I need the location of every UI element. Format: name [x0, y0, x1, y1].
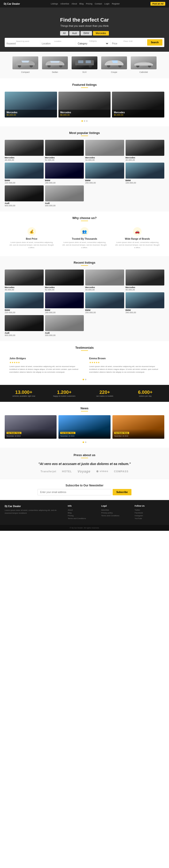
- stat-3: 6.000+ visitors per day: [126, 390, 165, 397]
- footer-link-1-1[interactable]: Privacy policy: [101, 512, 131, 514]
- nav-about[interactable]: About: [71, 3, 77, 5]
- footer-link-0-0[interactable]: About: [68, 509, 97, 511]
- location-input[interactable]: [42, 42, 74, 45]
- featured-card-0[interactable]: Mercedes $0,000.00: [5, 92, 57, 118]
- why-item-1: 👥 Trusted By Thousands Lorem ipsum dolor…: [60, 225, 109, 251]
- footer-link-2-2[interactable]: Instagram: [135, 515, 164, 517]
- popular-card-5[interactable]: BMW 180.000,00: [45, 163, 84, 184]
- featured-card-1[interactable]: Mercedes $0,000.00: [59, 92, 111, 118]
- recent-card-0[interactable]: Mercedes 46.000,00: [5, 270, 44, 291]
- tab-bmw[interactable]: BMW: [80, 31, 92, 35]
- nav-blog[interactable]: Blog: [79, 3, 83, 5]
- recent-card-6[interactable]: BMW 200.000,00: [85, 292, 124, 314]
- popular-grid: Mercedes 48.000,00 Mercedes 52.000,00 Me…: [5, 140, 164, 207]
- news-grid: Car Dealer News November 16 2019 Car Dea…: [5, 415, 164, 439]
- press-quote: "At vero eos et accusam et justo duo dol…: [38, 462, 131, 466]
- featured-card-2[interactable]: Mercedes $0,000.00: [112, 92, 164, 118]
- category-sedan[interactable]: Sedan: [42, 56, 68, 73]
- dot-0[interactable]: [81, 120, 83, 122]
- testimonial-dot-0[interactable]: [82, 379, 84, 380]
- dot-1[interactable]: [84, 120, 85, 122]
- footer-link-2-0[interactable]: Twitter: [135, 509, 164, 511]
- category-sedan-img: [42, 56, 68, 69]
- news-card-2[interactable]: Car Dealer News November 16 2019: [112, 415, 164, 439]
- recent-card-2[interactable]: Mercedes 34.000,00: [85, 270, 124, 291]
- footer-link-1-2[interactable]: Terms and Conditions: [101, 515, 131, 517]
- tab-all[interactable]: All: [60, 31, 68, 35]
- popular-card-4[interactable]: BMW 220.000,00: [5, 163, 44, 184]
- testimonial-dot-1[interactable]: [85, 379, 87, 380]
- news-date-0: November 16 2019: [7, 435, 55, 437]
- press-logo-4: COMPASS: [114, 470, 128, 473]
- recent-img-5: [45, 292, 84, 308]
- footer-link-2-3[interactable]: YouTube: [135, 518, 164, 520]
- recent-card-4[interactable]: BMW 220.000,00: [5, 292, 44, 314]
- news-title: News: [5, 406, 164, 410]
- recent-brand-6: BMW: [85, 309, 124, 311]
- recent-card-1[interactable]: Mercedes 52.000,00: [45, 270, 84, 291]
- post-ad-button[interactable]: Post an Ad: [150, 2, 165, 6]
- nav-login[interactable]: Login: [104, 3, 110, 5]
- search-button[interactable]: Search: [147, 39, 162, 45]
- category-coupe-label: Coupe: [111, 71, 117, 73]
- stat-number-2: 220+: [86, 390, 124, 395]
- category-coupe[interactable]: Coupe: [101, 56, 127, 73]
- dot-2[interactable]: [86, 120, 88, 122]
- footer-link-1-0[interactable]: Advertise: [101, 509, 131, 511]
- recent-card-3[interactable]: Mercedes 40.000,00: [126, 270, 165, 291]
- category-coupe-img: [101, 56, 127, 69]
- category-suv[interactable]: SUV: [72, 56, 97, 73]
- footer-link-0-1[interactable]: Blog: [68, 512, 97, 514]
- popular-price-6: 200.000,00: [85, 182, 124, 184]
- recent-section: Recent listings Mercedes 46.000,00 Merce…: [0, 256, 169, 341]
- why-title-0: Best Price: [9, 238, 54, 240]
- price-input[interactable]: [112, 42, 144, 45]
- popular-card-3[interactable]: Mercedes 40.000,00: [126, 140, 165, 161]
- popular-card-6[interactable]: BMW 200.000,00: [85, 163, 124, 184]
- popular-title: Most popular listings: [5, 131, 164, 135]
- recent-price-5: 180.000,00: [45, 311, 84, 314]
- stat-2: 220+ car makes & models: [86, 390, 124, 397]
- popular-brand-8: Audi: [5, 202, 44, 205]
- newsletter-subscribe-button[interactable]: Subscribe: [113, 489, 131, 495]
- recent-card-9[interactable]: Audi 300.000,00: [45, 315, 84, 337]
- footer-col-2: Follow Us Twitter Facebook Instagram You…: [135, 505, 164, 520]
- news-card-0[interactable]: Car Dealer News November 16 2019: [5, 415, 57, 439]
- recent-img-7: [126, 292, 165, 308]
- press-divider: [81, 458, 88, 458]
- footer-link-0-3[interactable]: Terms and Conditions: [68, 518, 97, 520]
- location-label: Location: [42, 40, 74, 42]
- nav-listings[interactable]: Listings: [51, 3, 58, 5]
- tab-audi[interactable]: Audi: [69, 31, 79, 35]
- why-grid: 💰 Best Price Lorem ipsum dolor sit amet,…: [5, 225, 164, 251]
- recent-card-7[interactable]: BMW 340.000,00: [126, 292, 165, 314]
- popular-card-9[interactable]: Audi 300.000,00: [45, 185, 84, 207]
- popular-card-0[interactable]: Mercedes 48.000,00: [5, 140, 44, 161]
- news-dot-0[interactable]: [82, 441, 84, 443]
- news-dot-1[interactable]: [85, 441, 87, 443]
- recent-card-8[interactable]: Audi 900.000,00: [5, 315, 44, 337]
- popular-price-5: 180.000,00: [45, 182, 84, 184]
- popular-card-1[interactable]: Mercedes 52.000,00: [45, 140, 84, 161]
- recent-img-9: [45, 315, 84, 331]
- tab-mercedes[interactable]: Mercedes: [93, 31, 109, 35]
- footer-link-0-2[interactable]: Pricing: [68, 515, 97, 517]
- nav-contact[interactable]: Contact: [95, 3, 102, 5]
- popular-card-7[interactable]: BMW 100.000,00: [126, 163, 165, 184]
- nav-advertise[interactable]: Advertise: [60, 3, 69, 5]
- why-title: Why choose us?: [5, 216, 164, 220]
- popular-card-2[interactable]: Mercedes 34.000,00: [85, 140, 124, 161]
- popular-section: Most popular listings Mercedes 48.000,00…: [0, 126, 169, 212]
- footer-link-2-1[interactable]: Facebook: [135, 512, 164, 514]
- category-cabriolet[interactable]: Cabriolet: [131, 56, 157, 73]
- news-card-1[interactable]: Car Dealer News November 16 2019: [59, 415, 110, 439]
- popular-card-8[interactable]: Audi 900.000,00: [5, 185, 44, 207]
- nav-register[interactable]: Register: [112, 3, 120, 5]
- keyword-input[interactable]: [7, 42, 39, 45]
- category-select[interactable]: Category Compact Sedan SUV Coupe Cabriol…: [77, 42, 109, 45]
- category-compact[interactable]: Compact: [12, 56, 38, 73]
- newsletter-email-input[interactable]: [38, 489, 111, 495]
- nav-pricing[interactable]: Pricing: [86, 3, 93, 5]
- news-divider: [81, 411, 88, 411]
- recent-card-5[interactable]: BMW 180.000,00: [45, 292, 84, 314]
